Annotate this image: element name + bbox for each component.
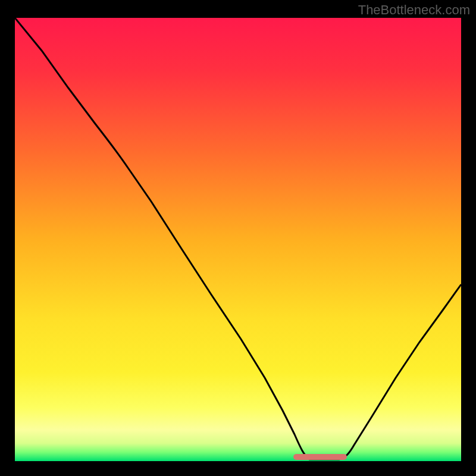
optimal-marker (293, 454, 347, 460)
plot-area (15, 18, 461, 461)
bottleneck-curve (15, 18, 461, 461)
watermark-text: TheBottleneck.com (358, 2, 470, 18)
